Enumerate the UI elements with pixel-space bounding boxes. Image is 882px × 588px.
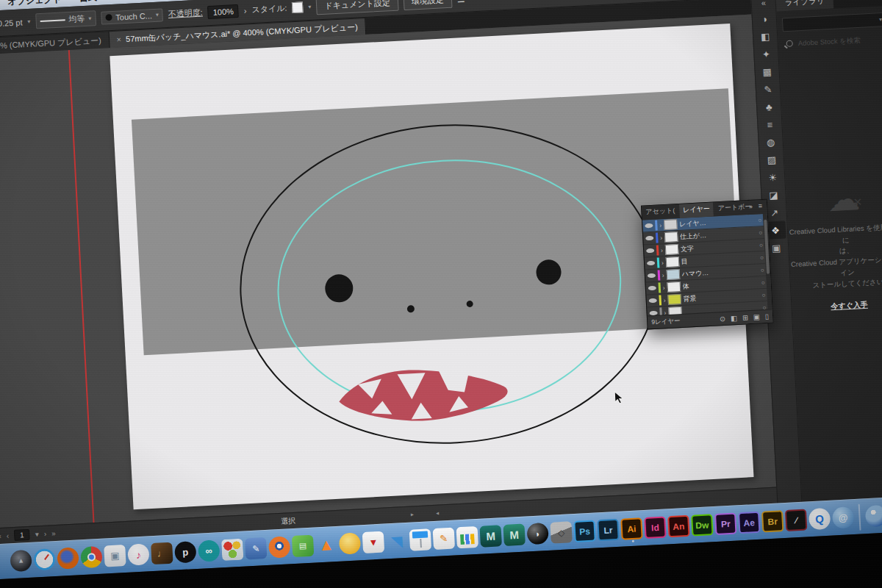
color-guide-panel-icon[interactable]: ✦: [756, 45, 777, 63]
blender-icon[interactable]: [268, 536, 290, 558]
chevron-down-icon[interactable]: ▾: [469, 0, 472, 1]
maya-icon[interactable]: M: [479, 525, 501, 547]
chrome-icon[interactable]: [80, 546, 102, 568]
slash-app-icon[interactable]: ⁄: [785, 509, 807, 531]
indesign-icon[interactable]: Id: [644, 516, 666, 538]
get-now-link[interactable]: 今すぐ入手: [831, 300, 868, 312]
chevron-down-icon[interactable]: ▾: [35, 530, 39, 538]
visibility-eye-icon[interactable]: [649, 298, 657, 304]
brushes-panel-icon[interactable]: ✎: [757, 80, 778, 98]
cube-app-icon[interactable]: ◇: [550, 521, 572, 543]
molecule-app-icon[interactable]: [221, 539, 243, 561]
dock-separator[interactable]: [858, 503, 861, 530]
animate-icon[interactable]: An: [667, 515, 689, 537]
collapse-panels-icon[interactable]: «: [761, 0, 766, 10]
style-swatch[interactable]: [292, 1, 304, 13]
delete-layer-button[interactable]: ▯: [765, 312, 770, 320]
visibility-eye-icon[interactable]: [647, 261, 655, 266]
first-artboard-button[interactable]: «: [0, 532, 1, 540]
bridge-icon[interactable]: Br: [761, 510, 784, 532]
cyberduck-icon[interactable]: [339, 532, 361, 554]
visibility-eye-icon[interactable]: [646, 248, 654, 254]
expand-caret-icon[interactable]: ›: [661, 247, 663, 254]
gradient-panel-icon[interactable]: ◧: [755, 27, 776, 46]
visibility-eye-icon[interactable]: [649, 311, 657, 316]
stroke-weight-value[interactable]: 0.25 pt: [0, 18, 23, 28]
keynote-icon[interactable]: [409, 528, 431, 551]
garageband-icon[interactable]: ♩: [151, 542, 173, 564]
search-input[interactable]: [796, 34, 881, 48]
previous-artboard-button[interactable]: ‹: [7, 531, 10, 539]
menu-item[interactable]: 選択: [114, 0, 132, 3]
processing-icon[interactable]: p: [174, 541, 196, 563]
network-globe-icon[interactable]: [865, 505, 882, 527]
expand-caret-icon[interactable]: ›: [664, 309, 666, 316]
next-artboard-button[interactable]: ›: [43, 530, 46, 538]
coteditor-icon[interactable]: ✎: [245, 537, 267, 559]
brush-dropdown[interactable]: Touch C... ▾: [101, 8, 163, 24]
firefox-icon[interactable]: [57, 547, 79, 569]
stroke-weight-dropdown-icon[interactable]: ▾: [27, 18, 30, 25]
expand-caret-icon[interactable]: ›: [664, 297, 666, 304]
last-artboard-button[interactable]: »: [51, 529, 56, 537]
aftereffects-icon[interactable]: Ae: [738, 512, 760, 534]
expand-caret-icon[interactable]: ›: [659, 222, 662, 229]
pages-icon[interactable]: ✎: [433, 528, 455, 550]
visibility-eye-icon[interactable]: [645, 223, 653, 229]
arduino-icon[interactable]: ∞: [198, 539, 220, 562]
graphic-styles-panel-icon[interactable]: ☀: [762, 168, 784, 187]
itunes-icon[interactable]: ♪: [127, 543, 149, 565]
expand-caret-icon[interactable]: ›: [662, 272, 664, 279]
sphere-app-icon[interactable]: ◗: [526, 523, 548, 545]
maps-green-icon[interactable]: ▤: [292, 535, 314, 557]
expand-caret-icon[interactable]: ›: [660, 234, 662, 241]
visibility-eye-icon[interactable]: [645, 236, 653, 241]
new-layer-button[interactable]: ▣: [753, 312, 761, 320]
premiere-icon[interactable]: Pr: [714, 512, 736, 534]
launchpad-icon[interactable]: ▲: [10, 550, 32, 572]
library-select-dropdown[interactable]: ▾: [782, 12, 882, 32]
opacity-label[interactable]: 不透明度:: [168, 7, 203, 20]
close-icon[interactable]: ×: [116, 35, 121, 43]
artboard-number-field[interactable]: 1: [14, 529, 30, 541]
tab-overflow-icon[interactable]: »: [749, 203, 756, 210]
blue-spiral-icon[interactable]: @: [832, 506, 854, 528]
numbers-icon[interactable]: [456, 526, 478, 548]
color-panel-icon[interactable]: ◑: [753, 10, 775, 28]
clipping-mask-button[interactable]: ◧: [731, 314, 738, 322]
transparency-panel-icon[interactable]: ▨: [761, 151, 782, 169]
document-setup-button[interactable]: ドキュメント設定: [316, 0, 399, 15]
scroll-arrows[interactable]: ▸ ◂: [411, 509, 450, 518]
character-mouth[interactable]: [335, 362, 512, 426]
vlc-icon[interactable]: ▲: [315, 534, 337, 556]
blue-triangle-app-icon[interactable]: ◥: [386, 530, 408, 552]
stroke-profile-dropdown[interactable]: 均等 ▾: [35, 10, 96, 29]
symbols-panel-icon[interactable]: ♣: [759, 98, 780, 116]
preview-icon[interactable]: ▣: [104, 545, 126, 567]
tab-library[interactable]: ライブラリ: [775, 0, 833, 12]
dreamweaver-icon[interactable]: Dw: [691, 514, 713, 536]
quicktime-icon[interactable]: Q: [808, 508, 831, 530]
stroke-panel-icon[interactable]: ≡: [759, 115, 781, 134]
swatches-panel-icon[interactable]: ▦: [756, 62, 778, 81]
align-options-icon[interactable]: ☰: [456, 0, 464, 4]
safari-icon[interactable]: [33, 548, 55, 570]
panel-menu-icon[interactable]: ≡: [759, 202, 766, 209]
lightroom-icon[interactable]: Lr: [597, 519, 619, 541]
preferences-button[interactable]: 環境設定: [403, 0, 452, 10]
appearance-panel-icon[interactable]: ◍: [760, 133, 781, 151]
mudbox-icon[interactable]: M: [503, 524, 525, 546]
opacity-value-field[interactable]: 100%: [207, 4, 239, 18]
visibility-eye-icon[interactable]: [648, 273, 656, 279]
expand-caret-icon[interactable]: ›: [662, 259, 664, 266]
locate-object-button[interactable]: ⊙: [720, 315, 726, 323]
red-arrow-app-icon[interactable]: ▼: [362, 531, 384, 553]
opacity-more-icon[interactable]: ›: [243, 6, 246, 15]
menu-item[interactable]: 効果: [149, 0, 168, 1]
visibility-eye-icon[interactable]: [648, 286, 656, 291]
illustrator-icon[interactable]: Ai: [620, 517, 642, 539]
menu-item[interactable]: 書式: [79, 0, 97, 4]
photoshop-icon[interactable]: Ps: [573, 520, 595, 542]
expand-caret-icon[interactable]: ›: [663, 284, 665, 291]
new-sublayer-button[interactable]: ⊞: [742, 313, 749, 321]
